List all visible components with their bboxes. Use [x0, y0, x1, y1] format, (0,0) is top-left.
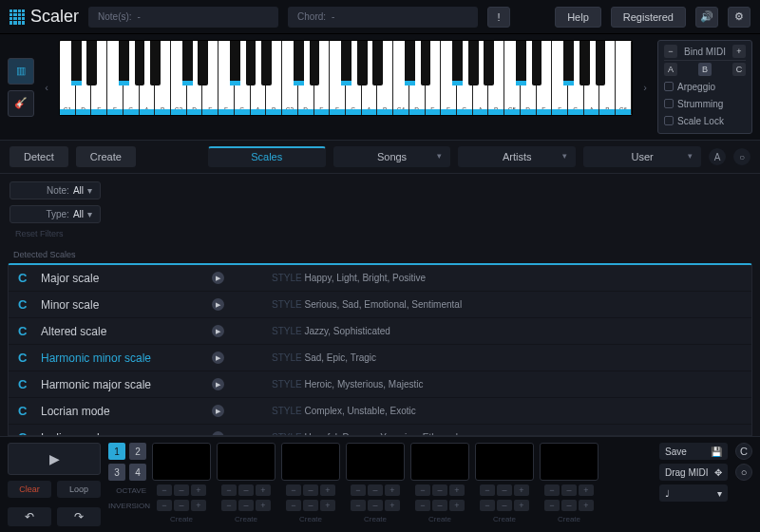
white-key[interactable]: C1	[60, 41, 76, 115]
octave-step[interactable]: +	[385, 484, 400, 496]
keyboard-scroll-right[interactable]: ›	[638, 40, 652, 134]
inversion-step[interactable]: –	[303, 500, 318, 511]
white-key[interactable]: F	[218, 41, 235, 115]
tab-songs[interactable]: Songs▾	[333, 146, 451, 167]
white-key[interactable]: A	[473, 41, 489, 115]
play-button[interactable]: ▶	[8, 443, 101, 475]
white-key[interactable]: D	[298, 41, 314, 115]
inversion-step[interactable]: +	[385, 500, 400, 511]
bind-option-scale-lock[interactable]: Scale Lock	[664, 112, 746, 129]
bind-page-c[interactable]: C	[732, 63, 746, 76]
reset-filters[interactable]: Reset Filters	[10, 229, 101, 238]
undo-button[interactable]: ↶	[8, 507, 51, 526]
play-scale-button[interactable]: ▶	[212, 352, 224, 364]
white-key[interactable]: C6	[616, 41, 632, 115]
guitar-view-button[interactable]: 🎸	[8, 90, 34, 117]
pad-page-2[interactable]: 2	[129, 443, 146, 460]
white-key[interactable]: B	[266, 41, 282, 115]
help-button[interactable]: Help	[555, 7, 601, 28]
white-key[interactable]: F	[441, 41, 457, 115]
octave-step[interactable]: –	[303, 484, 318, 496]
filter-note[interactable]: Note: All ▾	[10, 181, 101, 200]
inversion-step[interactable]: +	[579, 500, 594, 511]
white-key[interactable]: E	[537, 41, 553, 115]
save-button[interactable]: Save💾	[659, 443, 728, 460]
drag-midi-button[interactable]: Drag MIDI✥	[659, 464, 728, 481]
white-key[interactable]: F	[107, 41, 124, 115]
tab-scales[interactable]: Scales	[208, 146, 326, 167]
white-key[interactable]: D	[521, 41, 537, 115]
inversion-step[interactable]: –	[561, 500, 577, 511]
inversion-step[interactable]: +	[256, 500, 271, 511]
checkbox[interactable]	[664, 82, 674, 91]
white-key[interactable]: A	[362, 41, 378, 115]
octave-step[interactable]: +	[256, 484, 271, 496]
octave-step[interactable]: +	[191, 484, 206, 496]
octave-step[interactable]: +	[579, 484, 594, 496]
inversion-step[interactable]: –	[174, 500, 189, 511]
white-key[interactable]: A	[584, 41, 600, 115]
white-key[interactable]: B	[488, 41, 504, 115]
scale-row[interactable]: CHarmonic major scale▶STYLE Heroic, Myst…	[9, 371, 751, 398]
white-key[interactable]: E	[91, 41, 107, 115]
inversion-step[interactable]: –	[432, 500, 447, 511]
octave-step[interactable]: –	[561, 484, 577, 496]
play-scale-button[interactable]: ▶	[212, 378, 224, 390]
white-key[interactable]: G	[124, 41, 140, 115]
pad-page-1[interactable]: 1	[108, 443, 125, 460]
octave-step[interactable]: −	[544, 484, 560, 496]
scale-row[interactable]: CMajor scale▶STYLE Happy, Light, Bright,…	[9, 265, 751, 292]
play-scale-button[interactable]: ▶	[212, 298, 224, 311]
keyboard-scroll-left[interactable]: ‹	[40, 40, 53, 134]
inversion-step[interactable]: −	[286, 500, 301, 511]
bind-plus[interactable]: +	[732, 45, 746, 58]
octave-step[interactable]: −	[351, 484, 366, 496]
inversion-step[interactable]: −	[415, 500, 430, 511]
white-key[interactable]: C3	[282, 41, 298, 115]
timing-button[interactable]: ♩▾	[659, 484, 728, 502]
white-key[interactable]: B	[599, 41, 616, 115]
inversion-step[interactable]: −	[221, 500, 237, 511]
section-add-button[interactable]: ○	[733, 148, 750, 165]
registered-button[interactable]: Registered	[611, 7, 686, 28]
create-chord-button[interactable]: Create	[410, 515, 469, 523]
chord-pad[interactable]	[410, 443, 469, 481]
white-key[interactable]: F	[552, 41, 568, 115]
scale-row[interactable]: CAltered scale▶STYLE Jazzy, Sophisticate…	[9, 318, 751, 345]
white-key[interactable]: G	[346, 41, 362, 115]
clear-button[interactable]: Clear	[8, 481, 51, 498]
inversion-step[interactable]: +	[191, 500, 206, 511]
scale-row[interactable]: CLocrian mode▶STYLE Complex, Unstable, E…	[9, 398, 751, 425]
checkbox[interactable]	[664, 99, 674, 108]
bind-option-arpeggio[interactable]: Arpeggio	[664, 78, 746, 95]
white-key[interactable]: G	[235, 41, 251, 115]
play-scale-button[interactable]: ▶	[212, 405, 224, 417]
white-key[interactable]: A	[140, 41, 156, 115]
inversion-step[interactable]: –	[238, 500, 254, 511]
bind-option-strumming[interactable]: Strumming	[664, 95, 746, 112]
white-key[interactable]: C5	[504, 41, 521, 115]
octave-step[interactable]: +	[320, 484, 335, 496]
create-chord-button[interactable]: Create	[540, 515, 598, 523]
chord-display[interactable]: Chord: -	[288, 7, 478, 28]
octave-step[interactable]: −	[221, 484, 237, 496]
filter-type[interactable]: Type: All ▾	[10, 205, 101, 223]
octave-step[interactable]: +	[514, 484, 529, 496]
piano-view-button[interactable]: ▥	[8, 58, 34, 85]
tab-detect[interactable]: Detect	[10, 146, 68, 167]
octave-step[interactable]: –	[432, 484, 447, 496]
octave-step[interactable]: –	[174, 484, 189, 496]
section-target-add[interactable]: ○	[735, 464, 752, 481]
octave-step[interactable]: +	[449, 484, 465, 496]
pad-page-4[interactable]: 4	[129, 464, 146, 481]
create-chord-button[interactable]: Create	[217, 515, 276, 523]
inversion-step[interactable]: –	[368, 500, 383, 511]
chord-pad[interactable]	[217, 443, 276, 481]
settings-button[interactable]: ⚙	[728, 7, 750, 28]
white-key[interactable]: B	[377, 41, 393, 115]
octave-step[interactable]: −	[415, 484, 430, 496]
bind-page-b[interactable]: B	[698, 63, 712, 76]
octave-step[interactable]: −	[286, 484, 301, 496]
create-chord-button[interactable]: Create	[281, 515, 340, 523]
tab-create[interactable]: Create	[76, 146, 136, 167]
